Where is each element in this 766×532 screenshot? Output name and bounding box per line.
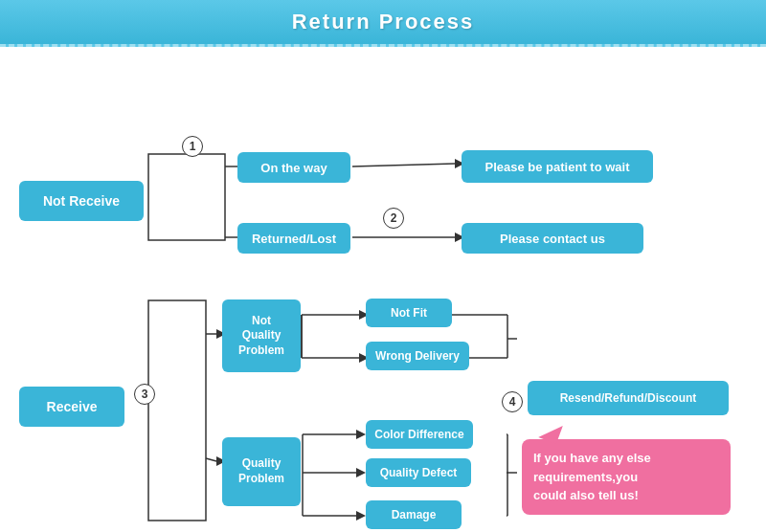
header: Return Process (0, 0, 766, 47)
quality-defect-button[interactable]: Quality Defect (366, 458, 471, 487)
wrong-delivery-button[interactable]: Wrong Delivery (366, 342, 469, 370)
circle-4: 4 (502, 391, 523, 412)
quality-problem-button[interactable]: Quality Problem (222, 437, 301, 506)
main-diagram: Not Receive 1 On the way Returned/Lost 2… (0, 47, 766, 531)
svg-rect-9 (148, 300, 206, 521)
svg-line-5 (352, 164, 455, 166)
svg-line-12 (206, 458, 216, 461)
please-wait-button[interactable]: Please be patient to wait (462, 150, 653, 183)
svg-marker-22 (356, 430, 366, 439)
not-quality-button[interactable]: Not Quality Problem (222, 299, 301, 372)
color-difference-button[interactable]: Color Difference (366, 420, 473, 449)
page-title: Return Process (0, 10, 766, 34)
circle-3: 3 (134, 384, 155, 405)
resend-button[interactable]: Resend/Refund/Discount (528, 381, 729, 415)
circle-1: 1 (182, 136, 203, 157)
circle-2: 2 (383, 208, 404, 229)
returned-lost-button[interactable]: Returned/Lost (237, 223, 350, 254)
not-fit-button[interactable]: Not Fit (366, 299, 452, 327)
speech-bubble: If you have any else requirements,you co… (522, 439, 731, 515)
not-receive-button[interactable]: Not Receive (19, 181, 144, 221)
svg-rect-0 (148, 154, 225, 240)
damage-button[interactable]: Damage (366, 500, 462, 529)
svg-marker-24 (356, 468, 366, 477)
on-the-way-button[interactable]: On the way (237, 152, 350, 183)
receive-button[interactable]: Receive (19, 387, 124, 427)
please-contact-button[interactable]: Please contact us (462, 223, 643, 254)
svg-marker-26 (356, 511, 366, 521)
